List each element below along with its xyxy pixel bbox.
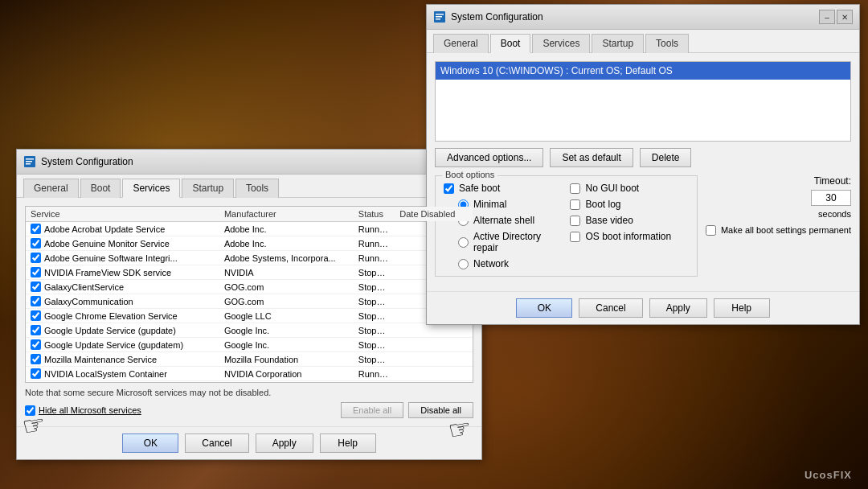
boot-tab-services[interactable]: Services — [532, 34, 590, 53]
hide-microsoft-label[interactable]: Hide all Microsoft services — [25, 405, 141, 416]
table-row[interactable]: Google Update Service (gupdate) Google I… — [26, 323, 473, 338]
network-label: Network — [473, 258, 509, 269]
boot-close-button[interactable]: ✕ — [837, 10, 853, 24]
boot-help-button[interactable]: Help — [714, 298, 770, 318]
tab-tools[interactable]: Tools — [235, 179, 279, 198]
service-manufacturer: Google LLC — [219, 309, 354, 323]
timeout-input[interactable] — [811, 190, 851, 206]
service-checkbox[interactable] — [31, 224, 41, 234]
service-manufacturer: Adobe Systems, Incorpora... — [219, 251, 354, 265]
tab-general[interactable]: General — [23, 179, 79, 198]
service-status: Running — [354, 222, 395, 236]
network-radio[interactable] — [458, 259, 469, 269]
service-status: Stopped — [354, 338, 395, 352]
service-manufacturer: NVIDIA Corporation — [219, 367, 354, 381]
service-manufacturer: Adobe Inc. — [219, 236, 354, 251]
cancel-button[interactable]: Cancel — [185, 434, 248, 453]
service-name-cell: Adobe Acrobat Update Service — [26, 222, 219, 236]
no-gui-checkbox[interactable] — [570, 183, 580, 194]
tab-boot[interactable]: Boot — [80, 179, 121, 198]
service-name: Adobe Acrobat Update Service — [44, 224, 165, 234]
boot-col-left: Safe boot Minimal Alternate shell Active… — [444, 183, 562, 269]
services-tabs-bar: General Boot Services Startup Tools — [17, 175, 481, 198]
enable-all-button[interactable]: Enable all — [341, 402, 403, 418]
service-checkbox[interactable] — [31, 310, 41, 321]
make-permanent-checkbox[interactable] — [706, 225, 716, 236]
boot-log-checkbox[interactable] — [570, 199, 580, 210]
os-boot-info-checkbox[interactable] — [570, 232, 580, 242]
service-checkbox[interactable] — [31, 238, 41, 249]
tab-services[interactable]: Services — [122, 179, 180, 198]
service-name: Google Update Service (gupdatem) — [44, 340, 183, 350]
boot-minimize-button[interactable]: – — [819, 10, 835, 24]
service-name-cell: NVIDIA FrameView SDK service — [26, 265, 219, 280]
service-checkbox[interactable] — [31, 281, 41, 292]
service-manufacturer: GOG.com — [219, 294, 354, 309]
boot-ok-button[interactable]: OK — [516, 298, 572, 318]
col-manufacturer: Manufacturer — [219, 207, 354, 222]
svg-rect-6 — [436, 16, 442, 18]
ok-button[interactable]: OK — [122, 434, 178, 453]
boot-tab-general[interactable]: General — [433, 34, 489, 53]
make-permanent-row: Make all boot settings permanent — [706, 225, 851, 236]
table-row[interactable]: NVIDIA FrameView SDK service NVIDIA Stop… — [26, 265, 473, 280]
boot-cancel-button[interactable]: Cancel — [579, 298, 642, 318]
base-video-checkbox[interactable] — [570, 216, 580, 226]
service-checkbox[interactable] — [31, 325, 41, 335]
service-checkbox[interactable] — [31, 267, 41, 277]
service-name-cell: Google Chrome Elevation Service — [26, 309, 219, 323]
network-row: Network — [444, 258, 562, 269]
service-status: Stopped — [354, 265, 395, 280]
boot-tab-startup[interactable]: Startup — [592, 34, 644, 53]
table-row[interactable]: GalaxyCommunication GOG.com Stopped — [26, 294, 473, 309]
service-status: Stopped — [354, 280, 395, 294]
service-checkbox[interactable] — [31, 253, 41, 263]
apply-button[interactable]: Apply — [256, 434, 313, 453]
advanced-options-button[interactable]: Advanced options... — [435, 148, 543, 167]
table-row[interactable]: Mozilla Maintenance Service Mozilla Foun… — [26, 352, 473, 367]
services-title-bar[interactable]: System Configuration – ✕ — [17, 150, 481, 175]
table-row[interactable]: Adobe Genuine Monitor Service Adobe Inc.… — [26, 236, 473, 251]
boot-os-item[interactable]: Windows 10 (C:\WINDOWS) : Current OS; De… — [436, 62, 850, 80]
tab-startup[interactable]: Startup — [182, 179, 234, 198]
service-checkbox[interactable] — [31, 368, 41, 379]
set-default-button[interactable]: Set as default — [550, 148, 633, 167]
service-checkbox[interactable] — [31, 339, 41, 350]
service-checkbox[interactable] — [31, 296, 41, 306]
table-row[interactable]: Google Chrome Elevation Service Google L… — [26, 309, 473, 323]
services-table: Service Manufacturer Status Date Disable… — [26, 207, 473, 383]
table-row[interactable]: GalaxyClientService GOG.com Stopped — [26, 280, 473, 294]
delete-button[interactable]: Delete — [640, 148, 692, 167]
boot-os-list[interactable]: Windows 10 (C:\WINDOWS) : Current OS; De… — [435, 61, 851, 142]
services-content: Service Manufacturer Status Date Disable… — [17, 198, 481, 426]
table-row[interactable]: Google Update Service (gupdatem) Google … — [26, 338, 473, 352]
table-row[interactable]: NVIDIA Display Container LS NVIDIA Corpo… — [26, 381, 473, 384]
base-video-label: Base video — [585, 215, 633, 226]
boot-options-section: Boot options Safe boot Minimal Alternate… — [435, 175, 698, 277]
safe-boot-checkbox[interactable] — [444, 183, 454, 194]
services-table-container[interactable]: Service Manufacturer Status Date Disable… — [25, 206, 473, 383]
boot-tabs-bar: General Boot Services Startup Tools — [427, 30, 859, 53]
no-gui-label: No GUI boot — [585, 183, 639, 194]
service-manufacturer: Google Inc. — [219, 323, 354, 338]
make-permanent-label: Make all boot settings permanent — [721, 225, 851, 235]
timeout-unit: seconds — [818, 209, 851, 219]
boot-title-bar[interactable]: System Configuration – ✕ — [427, 5, 859, 30]
table-row[interactable]: NVIDIA LocalSystem Container NVIDIA Corp… — [26, 367, 473, 381]
service-checkbox[interactable] — [31, 354, 41, 364]
help-button[interactable]: Help — [320, 434, 376, 453]
hide-microsoft-checkbox[interactable] — [25, 405, 35, 416]
svg-rect-3 — [26, 163, 31, 165]
table-row[interactable]: Adobe Genuine Software Integri... Adobe … — [26, 251, 473, 265]
boot-apply-button[interactable]: Apply — [649, 298, 707, 318]
table-row[interactable]: Adobe Acrobat Update Service Adobe Inc. … — [26, 222, 473, 236]
service-manufacturer: NVIDIA Corporation — [219, 381, 354, 384]
disable-all-button[interactable]: Disable all — [408, 402, 473, 418]
service-name: Mozilla Maintenance Service — [44, 355, 157, 364]
active-directory-radio[interactable] — [458, 237, 469, 248]
boot-tab-tools[interactable]: Tools — [645, 34, 689, 53]
service-name-cell: Google Update Service (gupdate) — [26, 323, 219, 338]
no-gui-row: No GUI boot — [570, 183, 688, 194]
service-status: Running — [354, 236, 395, 251]
boot-tab-boot[interactable]: Boot — [490, 34, 531, 53]
